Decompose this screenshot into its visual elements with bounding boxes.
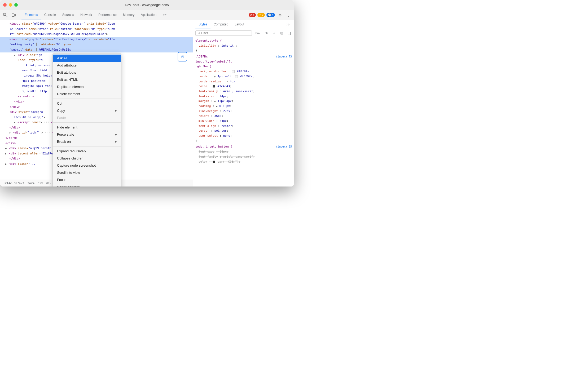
css-source[interactable]: (index):73	[276, 54, 292, 59]
css-selector[interactable]: body, input, button {	[195, 145, 232, 148]
css-property-row[interactable]: line-height : 27px;	[195, 109, 292, 114]
menu-item-badge-settings[interactable]: Badge settings...	[53, 183, 121, 186]
css-property-row[interactable]: color : #3c4043;	[195, 84, 292, 89]
css-property-name: color	[195, 160, 207, 163]
css-property-row[interactable]: min-width : 54px;	[195, 119, 292, 124]
toolbar-divider	[19, 12, 19, 18]
css-property-name: margin	[195, 99, 209, 103]
menu-item-expand-recursively[interactable]: Expand recursively	[53, 148, 121, 155]
menu-item-break-on[interactable]: Break on ▶	[53, 138, 121, 145]
css-property-row[interactable]: color : var(--C0EmY);	[195, 159, 292, 165]
menu-arrow: ▶	[115, 133, 117, 136]
menu-item-duplicate-element[interactable]: Duplicate element	[53, 83, 121, 90]
settings-icon[interactable]: ⚙	[277, 12, 283, 19]
css-property-value: inherit	[221, 44, 234, 47]
menu-item-delete-element[interactable]: Delete element	[53, 90, 121, 97]
css-rule-lJ9FBc: (index):73 .lJ9FBc input[type="submit"],…	[195, 54, 292, 143]
menu-item-add-attribute[interactable]: Add attribute	[53, 62, 121, 69]
styles-tabs: Styles Computed Layout >>	[193, 20, 294, 29]
color-swatch	[213, 161, 215, 163]
css-rule-header: element.style {	[195, 38, 292, 43]
css-property-name: line-height	[195, 109, 218, 113]
titlebar: DevTools - www.google.com/	[0, 0, 294, 10]
css-property-value: 14px	[220, 150, 227, 153]
css-source[interactable]: (index):65	[276, 144, 292, 149]
menu-separator	[53, 122, 121, 123]
copy-element-styles-icon[interactable]: ⎘	[279, 30, 284, 36]
cls-button[interactable]: .cls	[263, 31, 270, 35]
css-property-name: border-radius	[195, 80, 221, 83]
css-property-row[interactable]: font-family : Arial, sans-serif;	[195, 154, 292, 159]
tab-styles[interactable]: Styles	[195, 20, 210, 29]
menu-item-edit-attribute[interactable]: Edit attribute	[53, 69, 121, 76]
css-rule-header: (index):73 .lJ9FBc	[195, 54, 292, 59]
add-style-rule-icon[interactable]: +	[271, 30, 277, 36]
css-property-row[interactable]: background-color : #f8f9fa;	[195, 69, 292, 74]
css-property-value: 27px	[223, 109, 230, 113]
css-property-value: none	[223, 134, 230, 137]
menu-item-edit-as-html[interactable]: Edit as HTML	[53, 76, 121, 83]
tab-more[interactable]: >>	[160, 10, 170, 20]
css-property-row[interactable]: font-family : Arial, sans-serif;	[195, 89, 292, 94]
inspect-icon[interactable]	[2, 12, 9, 19]
tab-console[interactable]: Console	[41, 10, 59, 20]
menu-item-hide-element[interactable]: Hide element	[53, 124, 121, 131]
styles-content: element.style { visibility : inherit ; }	[193, 37, 294, 186]
css-property-row[interactable]: visibility : inherit ;	[195, 43, 292, 48]
css-property-row[interactable]: user-select : none;	[195, 134, 292, 139]
css-property-name: visibility	[195, 44, 216, 47]
toggle-sidebar-icon[interactable]: ◫	[286, 30, 292, 36]
css-property-name: color	[195, 85, 207, 88]
css-selector[interactable]: .lJ9FBc	[195, 55, 208, 58]
context-menu: Ask AI Add attribute Edit attribute Edit…	[52, 53, 121, 186]
css-selector[interactable]: element.style {	[195, 39, 222, 42]
css-property-row[interactable]: padding : ▶ 0 16px;	[195, 104, 292, 109]
maximize-button[interactable]	[14, 3, 18, 7]
styles-more-tabs[interactable]: >>	[285, 23, 292, 26]
hov-cls-buttons: :hov .cls	[253, 31, 270, 35]
tab-elements[interactable]: Elements	[21, 10, 41, 20]
main-content: <input class="gNO89b" value="Google Sear…	[0, 20, 294, 186]
menu-item-cut[interactable]: Cut	[53, 100, 121, 107]
hov-button[interactable]: :hov	[253, 31, 262, 35]
menu-item-capture-node-screenshot[interactable]: Capture node screenshot	[53, 162, 121, 169]
toolbar-right: ✕ 1 ⚠ 2 💬 1 ⚙ ⋮	[249, 12, 292, 19]
tab-sources[interactable]: Sources	[59, 10, 77, 20]
css-property-row[interactable]: height : 36px;	[195, 114, 292, 119]
tab-memory[interactable]: Memory	[120, 10, 138, 20]
tab-performance[interactable]: Performance	[95, 10, 120, 20]
error-badge[interactable]: ✕ 1	[249, 13, 256, 17]
tab-application[interactable]: Application	[138, 10, 160, 20]
device-icon[interactable]	[10, 12, 17, 19]
menu-item-focus[interactable]: Focus	[53, 176, 121, 183]
filter-input[interactable]	[201, 31, 250, 35]
css-property-row[interactable]: font-size : 14px;	[195, 149, 292, 154]
css-property-row[interactable]: border : ▶ 1px solid #f8f9fa;	[195, 74, 292, 79]
css-property-row[interactable]: text-align : center;	[195, 124, 292, 129]
svg-rect-2	[12, 13, 14, 16]
tab-network[interactable]: Network	[77, 10, 95, 20]
menu-item-ask-ai[interactable]: Ask AI	[53, 55, 121, 62]
menu-item-collapse-children[interactable]: Collapse children	[53, 155, 121, 162]
devtools-container: Elements Console Sources Network Perform…	[0, 10, 294, 186]
css-property-row[interactable]: cursor : pointer;	[195, 128, 292, 134]
css-closing-brace: }	[195, 139, 292, 144]
css-property-value: var(--C0EmY)	[218, 160, 239, 163]
window-title: DevTools - www.google.com/	[125, 3, 169, 7]
close-button[interactable]	[3, 3, 7, 7]
info-badge[interactable]: 💬 1	[266, 13, 275, 17]
styles-filter: ⊿ :hov .cls + ⎘ ◫	[193, 29, 294, 37]
menu-item-scroll-into-view[interactable]: Scroll into view	[53, 169, 121, 176]
warn-badge[interactable]: ⚠ 2	[257, 13, 265, 17]
minimize-button[interactable]	[9, 3, 12, 7]
css-property-name: padding	[195, 104, 211, 108]
css-sub-selector: input[type="submit"],	[195, 59, 292, 64]
more-options-icon[interactable]: ⋮	[285, 12, 292, 19]
tab-layout[interactable]: Layout	[231, 20, 247, 29]
css-property-row[interactable]: margin : ▶ 11px 4px;	[195, 99, 292, 104]
css-property-row[interactable]: font-size : 14px;	[195, 94, 292, 99]
menu-item-copy[interactable]: Copy ▶	[53, 107, 121, 114]
css-property-row[interactable]: border-radius : ▶ 4px;	[195, 79, 292, 84]
menu-item-force-state[interactable]: Force state ▶	[53, 131, 121, 138]
tab-computed[interactable]: Computed	[210, 20, 231, 29]
